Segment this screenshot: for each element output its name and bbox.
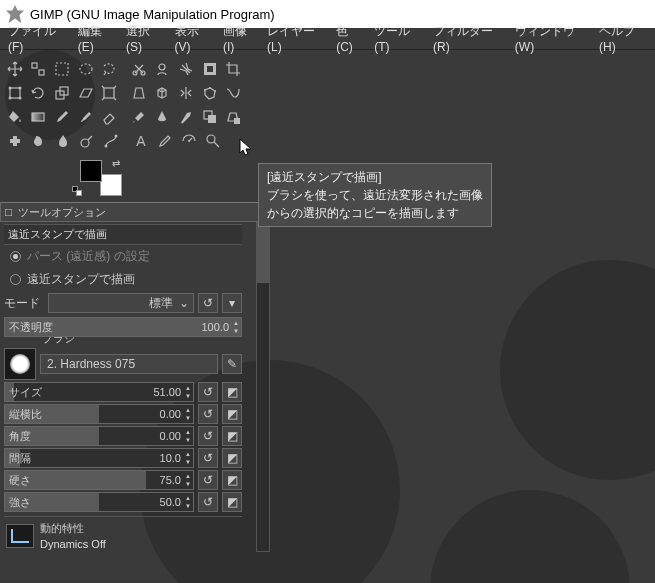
tool-flip[interactable] <box>175 82 197 104</box>
tool-by-color-select[interactable] <box>199 58 221 80</box>
menu-select[interactable]: 選択(S) <box>120 21 168 56</box>
tool-perspective[interactable] <box>128 82 150 104</box>
angle-reset-button[interactable]: ↺ <box>198 426 218 446</box>
svg-point-24 <box>81 139 89 147</box>
size-slider[interactable]: サイズ 51.00 ▲▼ <box>4 382 194 402</box>
menu-layer[interactable]: レイヤー(L) <box>261 21 330 56</box>
tool-unified-transform[interactable] <box>4 82 26 104</box>
force-slider[interactable]: 強さ 50.0 ▲▼ <box>4 492 194 512</box>
menu-view[interactable]: 表示(V) <box>169 21 217 56</box>
tool-dodge-burn[interactable] <box>76 130 98 152</box>
aspect-slider[interactable]: 縦横比 0.00 ▲▼ <box>4 404 194 424</box>
tool-blur[interactable] <box>52 130 74 152</box>
aspect-reset-button[interactable]: ↺ <box>198 404 218 424</box>
tool-rect-select[interactable] <box>51 58 73 80</box>
tool-gradient[interactable] <box>28 106 50 128</box>
tool-handle-transform[interactable] <box>98 82 120 104</box>
spacing-reset-button[interactable]: ↺ <box>198 448 218 468</box>
tool-foreground-select[interactable] <box>152 58 174 80</box>
opacity-slider[interactable]: 不透明度 100.0 ▲▼ <box>4 317 242 337</box>
svg-point-28 <box>188 140 190 142</box>
tool-3d-transform[interactable] <box>152 82 174 104</box>
menu-edit[interactable]: 編集(E) <box>72 21 120 56</box>
tool-smudge[interactable] <box>28 130 50 152</box>
radio-perspective-adjust[interactable] <box>10 251 21 262</box>
default-colors-icon[interactable] <box>72 186 82 196</box>
tool-shear[interactable] <box>75 82 97 104</box>
hardness-link-button[interactable]: ◩ <box>222 470 242 490</box>
tool-bucket-fill[interactable] <box>4 106 26 128</box>
size-reset-button[interactable]: ↺ <box>198 382 218 402</box>
tool-cage[interactable] <box>199 82 221 104</box>
tool-airbrush[interactable] <box>128 106 150 128</box>
force-reset-button[interactable]: ↺ <box>198 492 218 512</box>
hardness-reset-button[interactable]: ↺ <box>198 470 218 490</box>
mode-swap-button[interactable]: ↺ <box>198 293 218 313</box>
spacing-slider[interactable]: 間隔 10.0 ▲▼ <box>4 448 194 468</box>
aspect-spinner[interactable]: ▲▼ <box>183 406 193 422</box>
tooltip-line1: ブラシを使って、遠近法変形された画像 <box>267 186 483 204</box>
mode-combo[interactable]: 標準 ⌄ <box>48 293 194 313</box>
angle-slider[interactable]: 角度 0.00 ▲▼ <box>4 426 194 446</box>
tool-clone[interactable] <box>199 106 221 128</box>
force-spinner[interactable]: ▲▼ <box>183 494 193 510</box>
menu-filter[interactable]: フィルター(R) <box>427 21 509 56</box>
tool-text[interactable]: A <box>130 130 152 152</box>
dynamics-preview[interactable] <box>6 524 34 548</box>
hardness-spinner[interactable]: ▲▼ <box>183 472 193 488</box>
tool-scissors[interactable] <box>128 58 150 80</box>
tool-color-picker[interactable] <box>154 130 176 152</box>
tool-paintbrush[interactable] <box>75 106 97 128</box>
tool-mypaint-brush[interactable] <box>175 106 197 128</box>
tool-ellipse-select[interactable] <box>75 58 97 80</box>
menu-color[interactable]: 色(C) <box>330 21 368 56</box>
tool-crop[interactable] <box>222 58 244 80</box>
tool-perspective-clone[interactable] <box>222 106 244 128</box>
hardness-slider[interactable]: 硬さ 75.0 ▲▼ <box>4 470 194 490</box>
size-spinner[interactable]: ▲▼ <box>183 384 193 400</box>
size-link-button[interactable]: ◩ <box>222 382 242 402</box>
tool-eraser[interactable] <box>98 106 120 128</box>
opacity-spinner[interactable]: ▲▼ <box>231 319 241 335</box>
menu-help[interactable]: ヘルプ(H) <box>593 21 653 56</box>
angle-label: 角度 <box>5 429 31 444</box>
spacing-value: 10.0 <box>160 452 183 464</box>
background-color[interactable] <box>100 174 122 196</box>
foreground-color[interactable] <box>80 160 102 182</box>
tool-align[interactable] <box>28 58 50 80</box>
tool-move[interactable] <box>4 58 26 80</box>
force-link-button[interactable]: ◩ <box>222 492 242 512</box>
spacing-spinner[interactable]: ▲▼ <box>183 450 193 466</box>
radio-perspective-clone[interactable] <box>10 274 21 285</box>
tool-pencil[interactable] <box>51 106 73 128</box>
dock-tab-icon[interactable]: □ <box>1 205 12 219</box>
tool-heal[interactable] <box>4 130 26 152</box>
tool-fuzzy-select[interactable] <box>175 58 197 80</box>
brush-edit-button[interactable]: ✎ <box>222 354 242 374</box>
angle-spinner[interactable]: ▲▼ <box>183 428 193 444</box>
tool-rotate[interactable] <box>28 82 50 104</box>
menu-tools[interactable]: ツール(T) <box>368 21 427 56</box>
mode-label: モード <box>4 295 44 312</box>
spacing-link-button[interactable]: ◩ <box>222 448 242 468</box>
mode-menu-button[interactable]: ▾ <box>222 293 242 313</box>
brush-preview[interactable] <box>4 348 36 380</box>
options-scrollbar[interactable] <box>256 222 270 552</box>
tooltip-line2: からの選択的なコピーを描画します <box>267 204 483 222</box>
menu-image[interactable]: 画像(I) <box>217 21 261 56</box>
tool-free-select[interactable] <box>98 58 120 80</box>
svg-point-12 <box>8 97 11 100</box>
angle-link-button[interactable]: ◩ <box>222 426 242 446</box>
svg-point-29 <box>207 135 215 143</box>
aspect-link-button[interactable]: ◩ <box>222 404 242 424</box>
tool-zoom[interactable] <box>202 130 224 152</box>
menu-window[interactable]: ウィンドウ(W) <box>509 21 593 56</box>
tool-ink[interactable] <box>152 106 174 128</box>
menu-file[interactable]: ファイル(F) <box>2 21 72 56</box>
tool-measure[interactable] <box>178 130 200 152</box>
tool-warp[interactable] <box>222 82 244 104</box>
tool-path[interactable] <box>100 130 122 152</box>
brush-name-field[interactable]: 2. Hardness 075 <box>40 354 218 374</box>
tool-scale[interactable] <box>51 82 73 104</box>
swap-colors-icon[interactable]: ⇄ <box>112 158 120 169</box>
